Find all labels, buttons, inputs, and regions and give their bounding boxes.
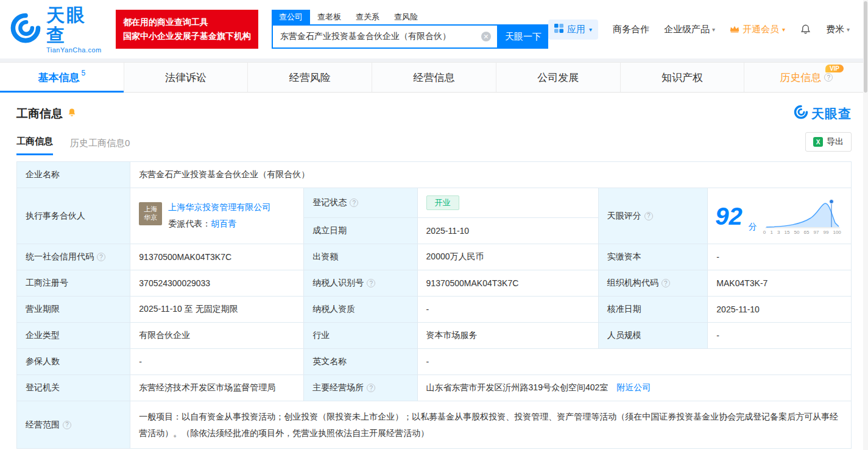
open-vip-button[interactable]: 开通会员 ▾ bbox=[730, 24, 785, 35]
main-content: 工商信息 天眼查 工商信息 历史工商信息0 X 导出 bbox=[0, 105, 868, 450]
executive-partner-cell: 上海 华京 上海华京投资管理有限公司 委派代表：胡百青 bbox=[130, 188, 304, 244]
vip-label: 开通会员 bbox=[743, 24, 779, 35]
partner-logo-line1: 上海 bbox=[144, 205, 157, 214]
tab-basic-info[interactable]: 基本信息 5 bbox=[0, 63, 124, 92]
user-menu[interactable]: 费米 ▾ bbox=[826, 24, 850, 35]
slogan-banner: 都在用的商业查询工具 国家中小企业发展子基金旗下机构 bbox=[116, 10, 258, 49]
help-icon[interactable]: ? bbox=[367, 384, 375, 392]
executive-partner-label: 执行事务合伙人 bbox=[17, 188, 130, 244]
tab-legal-litigation[interactable]: 法律诉讼 bbox=[124, 63, 249, 92]
partner-company-link[interactable]: 上海华京投资管理有限公司 bbox=[168, 202, 270, 213]
apps-button[interactable]: 应用 ▾ bbox=[548, 19, 598, 40]
org-code-value: MAK04T3K-7 bbox=[708, 270, 852, 297]
help-icon[interactable]: ? bbox=[63, 421, 71, 429]
tab-operation-info-label: 经营信息 bbox=[414, 71, 455, 85]
excel-icon: X bbox=[813, 137, 823, 147]
tab-intellectual-property[interactable]: 知识产权 bbox=[621, 63, 745, 92]
tab-operation-info[interactable]: 经营信息 bbox=[372, 63, 496, 92]
company-name-value: 东营金石产业投资基金合伙企业（有限合伙） bbox=[130, 162, 852, 188]
slogan-line2: 国家中小企业发展子基金旗下机构 bbox=[123, 29, 251, 43]
table-row: 执行事务合伙人 上海 华京 上海华京投资管理有限公司 委派代表：胡百青 bbox=[17, 188, 852, 218]
score-unit: 分 bbox=[749, 222, 757, 233]
reg-number-label: 工商注册号 bbox=[17, 270, 130, 297]
business-scope-text: 经营范围 bbox=[26, 420, 60, 431]
score-chart-ticks: 0131550659799100 bbox=[763, 230, 841, 235]
taxpayer-quality-value: - bbox=[417, 297, 598, 323]
english-name-value: - bbox=[417, 349, 851, 375]
notice-bell-icon[interactable] bbox=[67, 107, 77, 121]
apps-grid-icon bbox=[554, 24, 563, 35]
approval-date-value: 2025-11-10 bbox=[708, 297, 852, 323]
table-row: 工商注册号 370524300029033 纳税人识别号 ? 91370500M… bbox=[17, 270, 852, 297]
tab-intellectual-property-label: 知识产权 bbox=[662, 71, 703, 85]
approval-date-label: 核准日期 bbox=[598, 297, 707, 323]
reg-number-value: 370524300029033 bbox=[130, 270, 304, 297]
enterprise-products-label: 企业级产品 bbox=[664, 24, 710, 35]
tab-company-development[interactable]: 公司发展 bbox=[496, 63, 621, 92]
company-type-value: 有限合伙企业 bbox=[130, 323, 304, 349]
registry-value: 东营经济技术开发区市场监督管理局 bbox=[130, 375, 304, 401]
table-row: 企业类型 有限合伙企业 行业 资本市场服务 人员规模 - bbox=[17, 323, 852, 349]
tab-company-development-label: 公司发展 bbox=[537, 71, 579, 85]
business-address-text: 主要经营场所 bbox=[312, 382, 364, 393]
search-tab-boss[interactable]: 查老板 bbox=[310, 10, 348, 24]
help-icon[interactable]: ? bbox=[97, 253, 105, 261]
section-title: 工商信息 bbox=[16, 106, 63, 122]
table-row: 登记机关 东营经济技术开发区市场监督管理局 主要经营场所 ? 山东省东营市开发区… bbox=[17, 375, 852, 401]
chevron-down-icon: ▾ bbox=[712, 26, 715, 33]
search-tab-company[interactable]: 查公司 bbox=[272, 10, 310, 24]
tab-basic-info-label: 基本信息 bbox=[38, 71, 80, 85]
taxpayer-quality-label: 纳税人资质 bbox=[304, 297, 417, 323]
help-icon[interactable]: ? bbox=[367, 279, 375, 287]
search-area: 查公司 查老板 查关系 查风险 ✕ 天眼一下 bbox=[272, 10, 548, 49]
delegate-link[interactable]: 胡百青 bbox=[211, 219, 236, 228]
business-term-value: 2025-11-10 至 无固定期限 bbox=[130, 297, 304, 323]
insured-count-label: 参保人数 bbox=[17, 349, 130, 375]
tab-history-info[interactable]: VIP 历史信息 ? bbox=[744, 63, 868, 92]
credit-code-text: 统一社会信用代码 bbox=[26, 251, 94, 262]
capital-label: 出资额 bbox=[304, 244, 417, 270]
clear-icon[interactable]: ✕ bbox=[481, 32, 491, 41]
menu-business-cooperation[interactable]: 商务合作 bbox=[613, 24, 649, 35]
capital-value: 20000万人民币 bbox=[417, 244, 598, 270]
registry-label: 登记机关 bbox=[17, 375, 130, 401]
tab-history-info-label: 历史信息 bbox=[780, 71, 821, 85]
company-nav-tabs: 基本信息 5 法律诉讼 经营风险 经营信息 公司发展 知识产权 VIP 历史信息… bbox=[0, 62, 868, 93]
business-address-label: 主要经营场所 ? bbox=[304, 375, 417, 401]
brand-watermark-label: 天眼查 bbox=[811, 105, 852, 122]
taxpayer-id-value: 91370500MAK04T3K7C bbox=[417, 270, 598, 297]
status-badge: 开业 bbox=[426, 195, 459, 210]
search-tab-relation[interactable]: 查关系 bbox=[348, 10, 387, 24]
help-icon[interactable]: ? bbox=[662, 279, 670, 287]
sub-tabs: 工商信息 历史工商信息0 X 导出 bbox=[16, 132, 852, 155]
business-scope-value: 一般项目：以自有资金从事投资活动；创业投资（限投资未上市企业）；以私募基金从事股… bbox=[130, 401, 852, 449]
crown-icon bbox=[730, 24, 739, 35]
help-icon[interactable]: ? bbox=[644, 212, 653, 220]
subtab-business-info[interactable]: 工商信息 bbox=[16, 136, 53, 155]
establish-date-label: 成立日期 bbox=[304, 218, 417, 244]
tianyancha-logo[interactable]: 天眼查 TianYanCha.com bbox=[10, 5, 106, 54]
search-input[interactable] bbox=[279, 31, 481, 42]
subtab-history-label: 历史工商信息 bbox=[70, 138, 125, 148]
scrollbar-thumb[interactable] bbox=[864, 1, 867, 93]
slogan-line1: 都在用的商业查询工具 bbox=[123, 15, 251, 29]
search-tabs: 查公司 查老板 查关系 查风险 bbox=[272, 10, 548, 24]
nearby-companies-link[interactable]: 附近公司 bbox=[616, 382, 651, 392]
search-tab-risk[interactable]: 查风险 bbox=[387, 10, 425, 24]
logo-domain: TianYanCha.com bbox=[46, 46, 106, 54]
english-name-label: 英文名称 bbox=[304, 349, 417, 375]
help-icon[interactable]: ? bbox=[824, 73, 833, 82]
registration-status-cell: 开业 bbox=[417, 188, 598, 218]
export-button[interactable]: X 导出 bbox=[805, 132, 852, 152]
menu-enterprise-products[interactable]: 企业级产品 ▾ bbox=[664, 24, 715, 35]
org-code-text: 组织机构代码 bbox=[607, 278, 658, 289]
help-icon[interactable]: ? bbox=[350, 199, 358, 207]
table-row: 统一社会信用代码 ? 91370500MAK04T3K7C 出资额 20000万… bbox=[17, 244, 852, 270]
partner-logo: 上海 华京 bbox=[139, 202, 162, 225]
scrollbar[interactable] bbox=[863, 0, 868, 450]
subtab-history-business-info[interactable]: 历史工商信息0 bbox=[70, 138, 130, 155]
table-row: 参保人数 - 英文名称 - bbox=[17, 349, 852, 375]
tab-operation-risk[interactable]: 经营风险 bbox=[248, 63, 372, 92]
notification-bell-icon[interactable] bbox=[800, 23, 811, 35]
search-button[interactable]: 天眼一下 bbox=[498, 24, 548, 49]
